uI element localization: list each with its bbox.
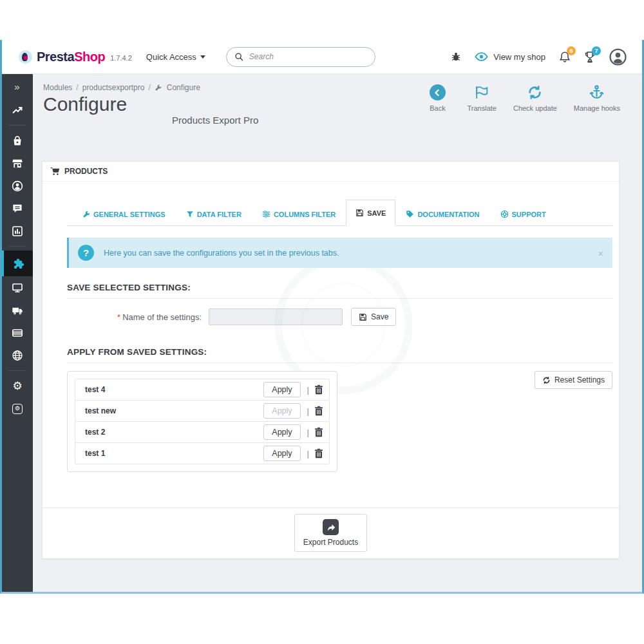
settings-name-row: *Name of the settings: Save <box>67 308 612 326</box>
sidebar-item-modules-active[interactable] <box>2 251 33 276</box>
notifications-count-badge: 6 <box>567 46 576 55</box>
tab-general-settings[interactable]: GENERAL SETTINGS <box>72 204 176 225</box>
apply-button[interactable]: Apply <box>263 446 300 461</box>
translate-button[interactable]: Translate <box>467 84 496 112</box>
shopping-bag-icon <box>12 135 23 147</box>
panel-header: PRODUCTS <box>43 162 619 182</box>
sidebar-divider <box>9 125 26 126</box>
tab-support[interactable]: SUPPORT <box>490 203 556 225</box>
sidebar-item-orders[interactable] <box>2 129 33 152</box>
sidebar-item-payment[interactable] <box>2 321 33 344</box>
version-label: 1.7.4.2 <box>110 54 132 62</box>
notifications-bell[interactable]: 6 <box>559 51 571 63</box>
tab-documentation[interactable]: DOCUMENTATION <box>395 203 489 225</box>
manage-hooks-button[interactable]: Manage hooks <box>574 84 620 112</box>
back-button[interactable]: Back <box>424 84 450 112</box>
sidebar-item-stats[interactable] <box>2 220 33 242</box>
trash-icon[interactable] <box>314 427 323 437</box>
tab-save-active[interactable]: SAVE <box>346 200 395 226</box>
title-row: Configure Products Export Pro Back Trans… <box>43 93 620 131</box>
debug-bug-icon[interactable] <box>451 52 461 62</box>
caret-down-icon <box>200 55 205 59</box>
saved-setting-row: test 4 Apply | <box>75 379 330 401</box>
view-my-shop-link[interactable]: View my shop <box>475 52 545 62</box>
main-content: Modules / productsexportpro / Configure … <box>33 74 642 592</box>
prestashop-logo[interactable]: PrestaShop <box>19 50 105 64</box>
anchor-icon <box>589 84 605 100</box>
panel-footer: Export Products <box>43 507 619 558</box>
page-toolbar: Back Translate Check update <box>424 84 620 112</box>
back-arrow-icon <box>430 84 446 100</box>
account-avatar-icon[interactable] <box>609 48 627 66</box>
check-update-button[interactable]: Check update <box>513 84 557 112</box>
saved-setting-row: test 1 Apply | <box>75 442 330 464</box>
storefront-icon <box>12 158 23 169</box>
bar-chart-icon <box>12 225 23 237</box>
globe-icon <box>12 350 23 361</box>
achievements-count-badge: 7 <box>592 46 601 55</box>
trash-icon[interactable] <box>314 448 323 459</box>
trending-up-icon <box>12 104 23 116</box>
tab-bar: GENERAL SETTINGS DATA FILTER COLUMNS FIL… <box>67 200 612 226</box>
info-alert: ? Here you can save the configurations y… <box>67 238 612 268</box>
brand-name: PrestaShop <box>37 50 105 64</box>
products-panel: PRODUCTS GENERAL SETTINGS DATA FILTER <box>42 161 620 559</box>
tab-columns-filter[interactable]: COLUMNS FILTER <box>252 203 346 225</box>
close-icon[interactable]: × <box>598 247 603 258</box>
prestashop-mascot-icon <box>19 50 32 64</box>
sidebar-item-dashboard[interactable] <box>2 99 33 121</box>
eye-icon <box>475 52 488 61</box>
sidebar-item-shop-parameters[interactable]: ⚙ <box>2 375 33 397</box>
tag-icon <box>406 210 414 218</box>
search-icon <box>234 52 243 61</box>
trash-icon[interactable] <box>314 384 323 395</box>
sidebar-item-international[interactable] <box>2 344 33 366</box>
sidebar-nav: » <box>2 74 33 592</box>
alert-message: Here you can save the configurations you… <box>104 249 339 258</box>
saved-setting-name: test 1 <box>85 449 263 458</box>
apply-button[interactable]: Apply <box>263 424 300 440</box>
cart-icon <box>50 167 60 176</box>
sidebar-item-shipping[interactable] <box>2 299 33 321</box>
wrench-icon <box>155 84 162 91</box>
sidebar-item-advanced-parameters[interactable]: ⚙ <box>2 397 33 420</box>
sidebar-item-catalog[interactable] <box>2 152 33 175</box>
question-mark-icon: ? <box>78 245 94 261</box>
topbar: PrestaShop 1.7.4.2 Quick Access <box>2 40 642 74</box>
tab-data-filter[interactable]: DATA FILTER <box>176 204 252 225</box>
saved-setting-row: test 2 Apply | <box>75 421 330 443</box>
screenshot-canvas: PrestaShop 1.7.4.2 Quick Access <box>0 0 644 644</box>
puzzle-piece-icon <box>12 258 24 270</box>
breadcrumb-modules[interactable]: Modules <box>43 83 72 92</box>
saved-settings-list: test 4 Apply | test new Apply | <box>67 371 337 472</box>
refresh-icon <box>527 84 543 100</box>
saved-setting-row: test new Apply | <box>75 400 330 422</box>
topbar-right: View my shop 6 7 <box>451 48 627 66</box>
settings-name-input[interactable] <box>209 308 343 325</box>
sidebar-expand-toggle[interactable]: » <box>2 74 33 99</box>
life-ring-icon <box>500 210 509 218</box>
apply-button-disabled[interactable]: Apply <box>263 403 300 419</box>
export-products-button[interactable]: Export Products <box>294 514 367 552</box>
filter-funnel-icon <box>186 211 194 218</box>
settings-name-label: *Name of the settings: <box>67 312 209 322</box>
refresh-icon <box>542 376 551 384</box>
quick-access-dropdown[interactable]: Quick Access <box>146 52 205 62</box>
panel-body: GENERAL SETTINGS DATA FILTER COLUMNS FIL… <box>43 182 619 472</box>
search-input[interactable] <box>249 52 352 61</box>
saved-setting-name: test 2 <box>85 428 263 437</box>
breadcrumb-module-name[interactable]: productsexportpro <box>82 83 145 92</box>
apply-button[interactable]: Apply <box>263 382 300 397</box>
export-arrow-icon <box>323 519 339 535</box>
achievements-trophy[interactable]: 7 <box>584 51 596 63</box>
sidebar-item-customers[interactable] <box>2 175 33 197</box>
search-box[interactable] <box>226 47 375 67</box>
reset-settings-button[interactable]: Reset Settings <box>535 371 612 389</box>
floppy-disk-icon <box>359 313 367 321</box>
flag-icon <box>473 84 490 100</box>
sidebar-item-design[interactable] <box>2 276 33 299</box>
sidebar-item-customer-service[interactable] <box>2 197 33 220</box>
trash-icon[interactable] <box>314 406 323 416</box>
save-button[interactable]: Save <box>351 308 396 326</box>
apply-settings-area: test 4 Apply | test new Apply | <box>67 371 612 472</box>
